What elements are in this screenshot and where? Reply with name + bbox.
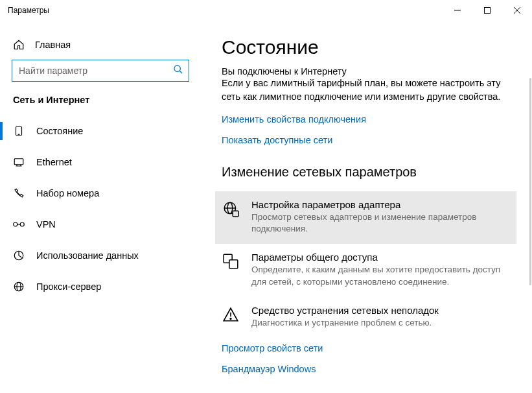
truncated-previous-line: Вы подключены к Интернету bbox=[222, 62, 511, 77]
svg-rect-8 bbox=[14, 159, 23, 165]
option-title: Настройка параметров адаптера bbox=[251, 199, 511, 210]
minimize-icon bbox=[454, 7, 461, 14]
intro-text: Если у вас лимитный тарифный план, вы мо… bbox=[222, 77, 511, 104]
option-adapter-settings[interactable]: Настройка параметров адаптера Просмотр с… bbox=[215, 191, 516, 244]
page-title: Состояние bbox=[222, 36, 511, 58]
title-bar: Параметры bbox=[0, 0, 532, 21]
sidebar: Главная Сеть и Интернет Состояние bbox=[0, 21, 201, 393]
close-button[interactable] bbox=[502, 0, 532, 21]
close-icon bbox=[514, 7, 520, 14]
svg-point-10 bbox=[20, 222, 24, 226]
option-desc: Диагностика и устранение проблем с сетью… bbox=[251, 317, 439, 329]
scrollbar[interactable] bbox=[529, 78, 531, 285]
maximize-icon bbox=[484, 7, 491, 14]
search-box[interactable] bbox=[12, 60, 189, 82]
svg-line-5 bbox=[179, 71, 182, 73]
svg-rect-1 bbox=[485, 8, 491, 14]
svg-point-4 bbox=[174, 66, 180, 71]
window-title: Параметры bbox=[8, 6, 49, 15]
sidebar-item-status[interactable]: Состояние bbox=[0, 115, 201, 147]
option-title: Параметры общего доступа bbox=[251, 252, 511, 263]
home-button[interactable]: Главная bbox=[0, 34, 201, 60]
svg-point-23 bbox=[230, 318, 231, 320]
link-firewall[interactable]: Брандмауэр Windows bbox=[222, 364, 511, 374]
adapter-icon bbox=[222, 199, 240, 235]
proxy-icon bbox=[13, 281, 25, 292]
option-desc: Просмотр сетевых адаптеров и изменение п… bbox=[251, 211, 511, 235]
troubleshoot-icon bbox=[222, 305, 240, 329]
main-panel: Состояние Вы подключены к Интернету Если… bbox=[201, 21, 532, 393]
maximize-button[interactable] bbox=[472, 0, 502, 21]
sidebar-item-label: Набор номера bbox=[36, 188, 99, 198]
window-controls bbox=[443, 0, 532, 21]
sidebar-nav: Состояние Ethernet Набор номера VPN bbox=[0, 115, 201, 302]
sidebar-item-data-usage[interactable]: Использование данных bbox=[0, 240, 201, 271]
vpn-icon bbox=[13, 220, 25, 229]
status-icon bbox=[13, 125, 25, 137]
sidebar-item-label: Ethernet bbox=[36, 157, 72, 167]
sidebar-item-vpn[interactable]: VPN bbox=[0, 209, 201, 240]
minimize-button[interactable] bbox=[443, 0, 472, 21]
option-desc: Определите, к каким данным вы хотите пре… bbox=[251, 264, 511, 287]
ethernet-icon bbox=[13, 156, 25, 168]
sidebar-item-proxy[interactable]: Прокси-сервер bbox=[0, 271, 201, 302]
option-troubleshoot[interactable]: Средство устранения сетевых неполадок Ди… bbox=[215, 297, 516, 338]
home-label: Главная bbox=[35, 40, 71, 50]
sidebar-item-ethernet[interactable]: Ethernet bbox=[0, 147, 201, 178]
search-container bbox=[0, 60, 201, 95]
link-change-connection[interactable]: Изменить свойства подключения bbox=[222, 114, 511, 125]
sharing-icon bbox=[222, 252, 240, 287]
link-network-properties[interactable]: Просмотр свойств сети bbox=[222, 343, 511, 353]
option-sharing[interactable]: Параметры общего доступа Определите, к к… bbox=[215, 244, 516, 296]
link-show-networks[interactable]: Показать доступные сети bbox=[222, 135, 511, 145]
sidebar-item-dialup[interactable]: Набор номера bbox=[0, 178, 201, 209]
sidebar-section-title: Сеть и Интернет bbox=[0, 95, 201, 115]
svg-point-9 bbox=[14, 222, 17, 226]
dialup-icon bbox=[13, 187, 25, 199]
search-input[interactable] bbox=[19, 66, 173, 76]
svg-rect-21 bbox=[229, 260, 238, 268]
option-title: Средство устранения сетевых неполадок bbox=[251, 305, 439, 316]
sidebar-item-label: Использование данных bbox=[36, 250, 139, 261]
home-icon bbox=[13, 39, 25, 51]
sidebar-item-label: Состояние bbox=[36, 126, 83, 136]
svg-rect-19 bbox=[233, 211, 238, 217]
change-settings-heading: Изменение сетевых параметров bbox=[222, 165, 511, 180]
sidebar-item-label: VPN bbox=[36, 219, 56, 230]
sidebar-item-label: Прокси-сервер bbox=[36, 281, 101, 292]
search-icon bbox=[173, 64, 183, 77]
data-icon bbox=[13, 250, 25, 261]
